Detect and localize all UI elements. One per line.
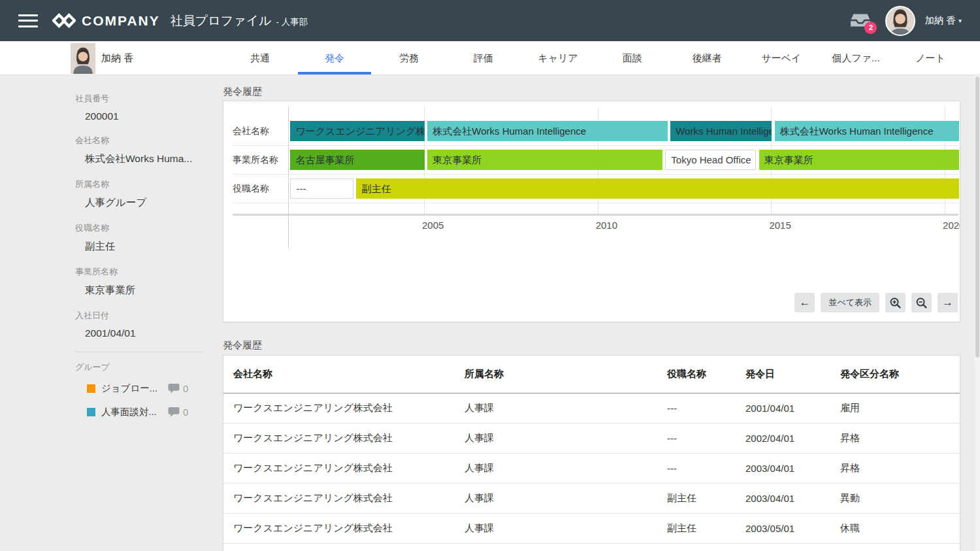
tab-interview[interactable]: 面談: [595, 41, 670, 75]
table-cell: 人事課: [455, 453, 657, 483]
group-color-icon: [87, 408, 95, 416]
chart-axis-line: [233, 214, 958, 216]
table-cell: 人事課: [455, 393, 657, 423]
field-label: 入社日付: [75, 310, 203, 322]
timeline-bar[interactable]: Works Human Intelligence: [670, 121, 772, 141]
company-logo: COMPANY: [52, 12, 160, 29]
avatar-photo: [887, 7, 914, 35]
comment-count[interactable]: 0: [168, 383, 188, 394]
table-cell: 人事課: [455, 483, 657, 513]
sidebar-field-position-name: 役職名称副主任: [75, 222, 203, 254]
table-row[interactable]: ワークスエンジニアリング株式会社人事課副主任2003/04/01異動: [223, 483, 960, 513]
table-cell: ワークスエンジニアリング株式会社: [223, 513, 455, 543]
page-title-group: 社員プロファイル - 人事部: [171, 12, 308, 29]
appointment-history-panel: 会社名称所属名称役職名称発令日発令区分名称 ワークスエンジニアリング株式会社人事…: [223, 355, 960, 551]
table-cell: 2003/04/01: [736, 453, 830, 483]
tab-career[interactable]: キャリア: [521, 41, 595, 75]
group-item-hr-interview[interactable]: 人事面談対...0: [87, 406, 203, 418]
table-cell: 人事課: [455, 423, 657, 453]
table-cell: 副主任: [657, 513, 736, 543]
tab-labor[interactable]: 労務: [372, 41, 446, 75]
table-cell: 2001/04/01: [736, 393, 830, 423]
tab-list: 共通発令労務評価キャリア面談後継者サーベイ個人ファ...ノート: [223, 41, 968, 75]
table-cell: 雇用: [830, 393, 960, 423]
tab-common[interactable]: 共通: [223, 41, 297, 75]
table-cell: 2003/04/01: [736, 483, 830, 513]
user-menu[interactable]: 加納 香 ▾: [924, 14, 962, 27]
field-value: 株式会社Works Huma...: [75, 152, 203, 166]
table-cell: ワークスエンジニアリング株式会社: [223, 453, 455, 483]
table-cell: 2002/04/01: [736, 423, 830, 453]
timeline-bar[interactable]: 名古屋事業所: [290, 150, 424, 170]
zoom-out-button[interactable]: [911, 293, 932, 312]
employee-sidebar: 社員番号200001会社名称株式会社Works Huma...所属名称人事グルー…: [0, 75, 222, 551]
table-cell: 昇格: [830, 423, 960, 453]
timeline-forward-button[interactable]: →: [938, 293, 958, 312]
timeline-bar[interactable]: 株式会社Works Human Intelligence: [775, 121, 959, 141]
timeline-bar[interactable]: 株式会社Works Human Intelligence: [427, 121, 667, 141]
hamburger-icon: [18, 14, 38, 16]
table-cell: 異動: [830, 483, 960, 513]
sidebar-divider: [75, 352, 203, 352]
table-row[interactable]: ワークスエンジニアリング株式会社人事課---2001/04/01雇用: [223, 393, 960, 423]
table-cell: ---: [657, 423, 736, 453]
sidebar-field-office-name: 事業所名称東京事業所: [75, 266, 203, 297]
field-value: 副主任: [75, 240, 203, 254]
group-item-job-rotation[interactable]: ジョブロー...0: [87, 382, 203, 395]
sidebar-field-employee-number: 社員番号200001: [75, 93, 203, 122]
tab-personal-file[interactable]: 個人ファ...: [819, 41, 893, 75]
timeline-back-button[interactable]: ←: [794, 293, 815, 312]
table-cell: ---: [657, 453, 736, 483]
compare-view-button[interactable]: 並べて表示: [821, 293, 879, 312]
group-name: 人事面談対...: [101, 406, 159, 418]
table-cell: 2003/05/01: [736, 513, 830, 543]
column-header: 発令区分名称: [830, 356, 960, 393]
comment-count[interactable]: 0: [168, 407, 188, 418]
notification-badge: 2: [864, 22, 877, 34]
tab-order[interactable]: 発令: [297, 41, 372, 75]
table-cell: 昇格: [830, 453, 960, 483]
chart-year-tick: 2010: [596, 220, 617, 231]
employee-photo: [71, 43, 95, 74]
timeline-bar[interactable]: Tokyo Head Office: [665, 150, 756, 170]
notifications-button[interactable]: 2: [850, 12, 871, 29]
page-scrollbar: [975, 75, 980, 551]
timeline-bar[interactable]: 東京事業所: [427, 150, 662, 170]
tab-evaluation[interactable]: 評価: [446, 41, 521, 75]
chart-row-separator: [233, 174, 958, 175]
timeline-bar[interactable]: ワークスエンジニアリング株式会社: [290, 121, 424, 141]
scrollbar-thumb[interactable]: [975, 76, 979, 358]
tab-survey[interactable]: サーベイ: [744, 41, 819, 75]
user-avatar[interactable]: [885, 6, 915, 36]
table-header-row: 会社名称所属名称役職名称発令日発令区分名称: [223, 356, 960, 393]
table-row[interactable]: ワークスエンジニアリング株式会社人事課---2002/04/01昇格: [223, 423, 960, 453]
tab-note[interactable]: ノート: [893, 41, 968, 75]
table-cell: ワークスエンジニアリング株式会社: [223, 393, 455, 423]
chart-row-label: 事業所名称: [233, 150, 287, 170]
comment-bubble-icon: [168, 407, 180, 418]
employee-name: 加納 香: [101, 41, 133, 75]
timeline-bar[interactable]: ---: [290, 178, 353, 199]
tab-successor[interactable]: 後継者: [670, 41, 744, 75]
comment-count-value: 0: [183, 383, 188, 394]
chart-year-tick: 2005: [422, 220, 444, 231]
table-row[interactable]: ワークスエンジニアリング株式会社人事課副主任2003/05/01休職: [223, 513, 960, 543]
timeline-bar[interactable]: 東京事業所: [759, 150, 959, 170]
page-title: 社員プロファイル: [171, 12, 272, 29]
chevron-down-icon: ▾: [958, 17, 962, 24]
table-cell: 副主任: [657, 483, 736, 513]
timeline-bar[interactable]: 副主任: [356, 178, 959, 199]
chart-row-label: 役職名称: [233, 178, 287, 199]
company-logo-icon: [52, 12, 76, 29]
sidebar-field-company-name: 会社名称株式会社Works Huma...: [75, 135, 203, 166]
menu-button[interactable]: [18, 14, 38, 27]
field-label: 事業所名称: [75, 266, 203, 278]
table-row[interactable]: ワークスエンジニアリング株式会社人事課---2003/04/01昇格: [223, 453, 960, 483]
group-color-icon: [87, 384, 95, 393]
zoom-in-icon: [889, 297, 902, 309]
zoom-in-button[interactable]: [885, 293, 906, 312]
page-subtitle: - 人事部: [276, 16, 308, 28]
field-value: 人事グループ: [75, 196, 203, 210]
table-cell: 人事課: [455, 513, 657, 543]
chart-section-title: 発令履歴: [223, 86, 262, 98]
